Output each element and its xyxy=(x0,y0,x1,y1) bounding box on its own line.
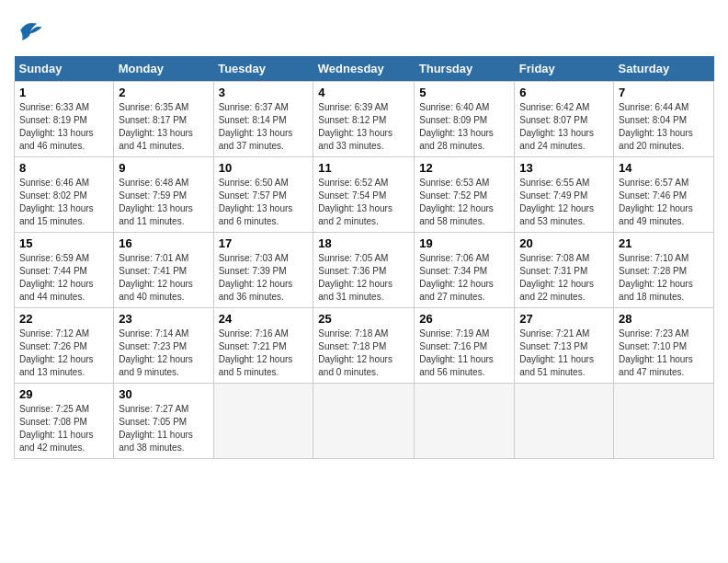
week-row-1: 1Sunrise: 6:33 AMSunset: 8:19 PMDaylight… xyxy=(15,82,714,157)
weekday-header-sunday: Sunday xyxy=(15,56,114,82)
day-info: Sunrise: 6:53 AMSunset: 7:52 PMDaylight:… xyxy=(419,177,509,228)
calendar-cell: 25Sunrise: 7:18 AMSunset: 7:18 PMDayligh… xyxy=(313,308,415,384)
calendar-cell: 18Sunrise: 7:05 AMSunset: 7:36 PMDayligh… xyxy=(313,233,415,308)
page-header xyxy=(14,14,714,47)
calendar-cell: 6Sunrise: 6:42 AMSunset: 8:07 PMDaylight… xyxy=(515,82,614,157)
day-info: Sunrise: 6:42 AMSunset: 8:07 PMDaylight:… xyxy=(519,101,609,153)
day-number: 21 xyxy=(619,236,709,250)
day-info: Sunrise: 7:06 AMSunset: 7:34 PMDaylight:… xyxy=(419,252,509,304)
calendar-cell: 30Sunrise: 7:27 AMSunset: 7:05 PMDayligh… xyxy=(114,384,213,459)
calendar-cell: 21Sunrise: 7:10 AMSunset: 7:28 PMDayligh… xyxy=(614,233,714,308)
week-row-2: 8Sunrise: 6:46 AMSunset: 8:02 PMDaylight… xyxy=(15,157,714,233)
day-info: Sunrise: 7:08 AMSunset: 7:31 PMDaylight:… xyxy=(519,252,609,304)
calendar-cell: 28Sunrise: 7:23 AMSunset: 7:10 PMDayligh… xyxy=(614,308,714,384)
calendar-cell: 15Sunrise: 6:59 AMSunset: 7:44 PMDayligh… xyxy=(15,233,114,308)
day-info: Sunrise: 6:35 AMSunset: 8:17 PMDaylight:… xyxy=(119,101,208,153)
day-number: 7 xyxy=(619,86,709,99)
day-number: 14 xyxy=(619,161,709,175)
day-number: 10 xyxy=(219,161,309,175)
calendar-cell: 9Sunrise: 6:48 AMSunset: 7:59 PMDaylight… xyxy=(114,157,213,233)
day-info: Sunrise: 6:33 AMSunset: 8:19 PMDaylight:… xyxy=(19,101,108,153)
calendar-cell: 20Sunrise: 7:08 AMSunset: 7:31 PMDayligh… xyxy=(515,233,614,308)
calendar-cell xyxy=(313,384,415,459)
day-number: 12 xyxy=(419,161,509,175)
calendar-cell: 7Sunrise: 6:44 AMSunset: 8:04 PMDaylight… xyxy=(614,82,714,157)
calendar-table: SundayMondayTuesdayWednesdayThursdayFrid… xyxy=(14,56,714,459)
day-info: Sunrise: 6:59 AMSunset: 7:44 PMDaylight:… xyxy=(19,252,108,304)
logo xyxy=(14,14,51,47)
calendar-cell: 23Sunrise: 7:14 AMSunset: 7:23 PMDayligh… xyxy=(114,308,213,384)
day-info: Sunrise: 7:05 AMSunset: 7:36 PMDaylight:… xyxy=(318,252,409,304)
calendar-cell xyxy=(515,384,614,459)
weekday-header-saturday: Saturday xyxy=(614,56,714,82)
weekday-header-thursday: Thursday xyxy=(415,56,515,82)
calendar-cell: 26Sunrise: 7:19 AMSunset: 7:16 PMDayligh… xyxy=(415,308,515,384)
day-number: 22 xyxy=(19,312,108,326)
day-info: Sunrise: 6:55 AMSunset: 7:49 PMDaylight:… xyxy=(519,177,609,228)
day-number: 17 xyxy=(219,236,309,250)
calendar-cell: 8Sunrise: 6:46 AMSunset: 8:02 PMDaylight… xyxy=(15,157,114,233)
day-info: Sunrise: 6:50 AMSunset: 7:57 PMDaylight:… xyxy=(219,177,309,228)
calendar-cell: 1Sunrise: 6:33 AMSunset: 8:19 PMDaylight… xyxy=(15,82,114,157)
day-info: Sunrise: 7:19 AMSunset: 7:16 PMDaylight:… xyxy=(419,327,509,379)
calendar-cell: 14Sunrise: 6:57 AMSunset: 7:46 PMDayligh… xyxy=(614,157,714,233)
day-number: 8 xyxy=(19,161,108,175)
calendar-cell: 22Sunrise: 7:12 AMSunset: 7:26 PMDayligh… xyxy=(15,308,114,384)
calendar-cell: 19Sunrise: 7:06 AMSunset: 7:34 PMDayligh… xyxy=(415,233,515,308)
calendar-cell xyxy=(614,384,714,459)
day-info: Sunrise: 7:01 AMSunset: 7:41 PMDaylight:… xyxy=(119,252,208,304)
day-info: Sunrise: 6:37 AMSunset: 8:14 PMDaylight:… xyxy=(219,101,309,153)
weekday-header-monday: Monday xyxy=(114,56,213,82)
day-number: 3 xyxy=(219,86,309,99)
calendar-cell: 4Sunrise: 6:39 AMSunset: 8:12 PMDaylight… xyxy=(313,82,415,157)
weekday-header-row: SundayMondayTuesdayWednesdayThursdayFrid… xyxy=(15,56,714,82)
calendar-cell: 29Sunrise: 7:25 AMSunset: 7:08 PMDayligh… xyxy=(15,384,114,459)
day-number: 30 xyxy=(119,387,208,401)
logo-bird-icon xyxy=(14,14,47,47)
calendar-cell xyxy=(213,384,313,459)
calendar-cell: 13Sunrise: 6:55 AMSunset: 7:49 PMDayligh… xyxy=(515,157,614,233)
day-number: 29 xyxy=(19,387,108,401)
calendar-cell: 11Sunrise: 6:52 AMSunset: 7:54 PMDayligh… xyxy=(313,157,415,233)
day-info: Sunrise: 7:18 AMSunset: 7:18 PMDaylight:… xyxy=(318,327,409,379)
day-info: Sunrise: 7:12 AMSunset: 7:26 PMDaylight:… xyxy=(19,327,108,379)
day-info: Sunrise: 7:16 AMSunset: 7:21 PMDaylight:… xyxy=(219,327,309,379)
day-info: Sunrise: 6:40 AMSunset: 8:09 PMDaylight:… xyxy=(419,101,509,153)
day-info: Sunrise: 6:57 AMSunset: 7:46 PMDaylight:… xyxy=(619,177,709,228)
day-number: 9 xyxy=(119,161,208,175)
day-number: 11 xyxy=(318,161,409,175)
day-info: Sunrise: 7:25 AMSunset: 7:08 PMDaylight:… xyxy=(19,403,108,454)
day-number: 26 xyxy=(419,312,509,326)
day-info: Sunrise: 6:39 AMSunset: 8:12 PMDaylight:… xyxy=(318,101,409,153)
day-number: 15 xyxy=(19,236,108,250)
week-row-5: 29Sunrise: 7:25 AMSunset: 7:08 PMDayligh… xyxy=(15,384,714,459)
day-number: 27 xyxy=(519,312,609,326)
day-number: 23 xyxy=(119,312,208,326)
day-number: 5 xyxy=(419,86,509,99)
day-info: Sunrise: 6:44 AMSunset: 8:04 PMDaylight:… xyxy=(619,101,709,153)
day-number: 18 xyxy=(318,236,409,250)
calendar-cell xyxy=(415,384,515,459)
day-info: Sunrise: 7:27 AMSunset: 7:05 PMDaylight:… xyxy=(119,403,208,454)
day-number: 6 xyxy=(519,86,609,99)
calendar-cell: 5Sunrise: 6:40 AMSunset: 8:09 PMDaylight… xyxy=(415,82,515,157)
day-info: Sunrise: 7:14 AMSunset: 7:23 PMDaylight:… xyxy=(119,327,208,379)
calendar-cell: 27Sunrise: 7:21 AMSunset: 7:13 PMDayligh… xyxy=(515,308,614,384)
day-number: 24 xyxy=(219,312,309,326)
day-info: Sunrise: 7:10 AMSunset: 7:28 PMDaylight:… xyxy=(619,252,709,304)
day-info: Sunrise: 7:23 AMSunset: 7:10 PMDaylight:… xyxy=(619,327,709,379)
weekday-header-tuesday: Tuesday xyxy=(213,56,313,82)
day-number: 1 xyxy=(19,86,108,99)
day-info: Sunrise: 6:46 AMSunset: 8:02 PMDaylight:… xyxy=(19,177,108,228)
day-number: 25 xyxy=(318,312,409,326)
day-number: 16 xyxy=(119,236,208,250)
calendar-cell: 3Sunrise: 6:37 AMSunset: 8:14 PMDaylight… xyxy=(213,82,313,157)
weekday-header-friday: Friday xyxy=(515,56,614,82)
weekday-header-wednesday: Wednesday xyxy=(313,56,415,82)
day-number: 28 xyxy=(619,312,709,326)
day-number: 13 xyxy=(519,161,609,175)
day-info: Sunrise: 6:52 AMSunset: 7:54 PMDaylight:… xyxy=(318,177,409,228)
day-info: Sunrise: 6:48 AMSunset: 7:59 PMDaylight:… xyxy=(119,177,208,228)
day-number: 19 xyxy=(419,236,509,250)
week-row-3: 15Sunrise: 6:59 AMSunset: 7:44 PMDayligh… xyxy=(15,233,714,308)
